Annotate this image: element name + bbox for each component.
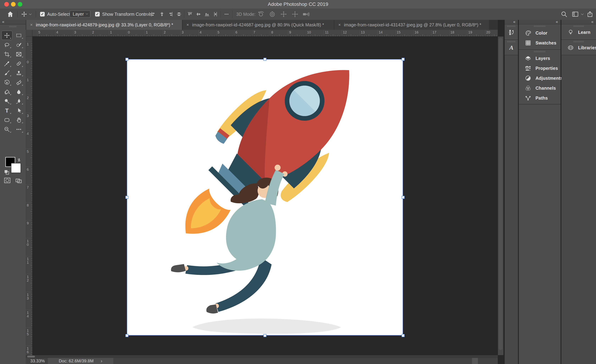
tool-eyedropper[interactable] (2, 59, 12, 68)
title-bar: Adobe Photoshop CC 2019 (0, 0, 596, 9)
align-left-icon[interactable] (151, 12, 156, 17)
align-right-icon[interactable] (168, 12, 173, 17)
zoom-level[interactable]: 33.33% (30, 358, 45, 364)
history-panel-button[interactable] (505, 24, 518, 39)
panel-tab-learn[interactable]: Learn (561, 27, 596, 37)
default-colors-icon[interactable] (4, 169, 10, 175)
dock-collapse-button[interactable]: « (519, 20, 560, 24)
3d-camera-icon[interactable] (303, 11, 309, 18)
tab-document-1[interactable]: × image-from-rawpixel-id-424879-jpeg.jpg… (26, 20, 182, 30)
show-transform-checkbox[interactable]: ✓ (95, 12, 100, 16)
quick-mask-button[interactable] (4, 177, 11, 184)
tool-history-brush[interactable] (2, 78, 12, 87)
close-tab-icon[interactable]: × (338, 22, 341, 27)
align-vertical-centers-icon[interactable] (196, 12, 201, 17)
transform-handle-middle-right[interactable] (402, 196, 405, 199)
align-top-edges-icon[interactable] (187, 12, 193, 17)
tab-document-3[interactable]: × image-from-rawpixel-id-431437-jpeg.jpg… (334, 20, 489, 30)
dock-collapse-button[interactable]: « (505, 20, 518, 24)
panel-tab-properties[interactable]: Properties (519, 63, 560, 73)
horizontal-scrollbar[interactable] (26, 355, 498, 358)
photoshop-window: Adobe Photoshop CC 2019 ✓ Auto-Select: L… (0, 0, 596, 364)
distribute-icon[interactable] (213, 12, 218, 17)
tool-zoom-tool[interactable] (2, 125, 12, 134)
tab-label: image-from-rawpixel-id-424687-jpeg.jpg @… (192, 22, 324, 28)
tool-type[interactable]: T (2, 106, 12, 115)
auto-select-target-dropdown[interactable]: Layer (69, 10, 90, 18)
panel-tab-channels[interactable]: Channels (519, 83, 560, 93)
swap-colors-icon[interactable] (17, 158, 23, 164)
svg-text:A: A (509, 44, 513, 51)
more-align-options-icon[interactable] (224, 12, 229, 16)
panel-tab-color[interactable]: Color (519, 28, 560, 38)
tool-pen[interactable] (14, 97, 24, 105)
tool-frame[interactable] (14, 50, 24, 58)
canvas-area[interactable] (32, 36, 498, 355)
close-tab-icon[interactable]: × (186, 22, 189, 27)
glyphs-panel-button[interactable]: A (505, 40, 518, 55)
align-middle-icon[interactable] (176, 12, 182, 17)
tool-healing[interactable] (14, 59, 24, 68)
ruler-corner[interactable] (26, 30, 32, 36)
close-tab-icon[interactable]: × (30, 22, 33, 27)
tool-crop[interactable] (2, 50, 12, 58)
panel-tab-paths[interactable]: Paths (519, 93, 560, 103)
background-color-swatch[interactable] (11, 163, 21, 173)
tool-edit-toolbar[interactable] (14, 125, 24, 134)
home-icon[interactable] (7, 11, 14, 17)
3d-slide-icon[interactable] (292, 11, 298, 18)
search-icon[interactable] (561, 11, 567, 17)
3d-roll-icon[interactable] (269, 11, 276, 18)
transform-handle-bottom-center[interactable] (263, 334, 266, 337)
document-size-box[interactable]: Doc: 62.6M/39.8M › (47, 358, 114, 364)
transform-handle-top-left[interactable] (125, 58, 128, 61)
workspace-switcher-icon[interactable] (572, 11, 579, 17)
panel-tab-adjustments[interactable]: Adjustments (519, 73, 560, 83)
transform-handle-bottom-right[interactable] (402, 334, 405, 337)
align-bottom-edges-icon[interactable] (204, 12, 210, 17)
3d-pan-icon[interactable] (280, 11, 287, 18)
tool-brush[interactable] (2, 68, 12, 77)
3d-orbit-icon[interactable] (258, 11, 264, 18)
horizontal-ruler[interactable]: 5432101234567891011121314151617181920 (32, 30, 498, 36)
tool-rect-marquee[interactable] (14, 31, 24, 40)
transform-handle-top-right[interactable] (402, 58, 405, 61)
vertical-scrollbar[interactable] (498, 36, 503, 355)
tool-shape[interactable] (2, 115, 12, 124)
panel-tab-libraries[interactable]: Libraries (561, 43, 596, 53)
vertical-scrollbar-thumb[interactable] (499, 38, 503, 350)
dock-collapse-button[interactable]: « (561, 20, 596, 24)
toolbar-grip[interactable] (9, 26, 16, 27)
tool-hand[interactable] (14, 115, 24, 124)
horizontal-scrollbar-thumb[interactable] (27, 356, 35, 357)
transform-handle-middle-left[interactable] (125, 196, 128, 199)
tool-blur[interactable] (14, 87, 24, 96)
tool-dodge[interactable] (2, 97, 12, 105)
tool-quick-select[interactable] (14, 40, 24, 49)
ruler-label: 4 (200, 30, 201, 34)
transform-handle-top-center[interactable] (263, 58, 266, 61)
tool-move[interactable] (1, 31, 12, 40)
tool-eraser[interactable] (14, 78, 24, 87)
vertical-ruler[interactable]: 1012345678910111213141516 (26, 36, 32, 355)
toolbar-collapse-button[interactable]: « (0, 20, 26, 24)
adjustments-icon (525, 75, 531, 81)
ruler-label: 15 (27, 329, 31, 336)
tab-document-2[interactable]: × image-from-rawpixel-id-424687-jpeg.jpg… (183, 20, 334, 30)
share-icon[interactable] (587, 11, 593, 18)
transform-handle-bottom-left[interactable] (125, 334, 128, 337)
chevron-down-icon[interactable] (581, 13, 584, 16)
panel-tab-swatches[interactable]: Swatches (519, 38, 560, 48)
tool-path-select[interactable] (14, 106, 24, 115)
tool-clone-stamp[interactable] (14, 68, 24, 77)
tool-lasso[interactable] (2, 40, 12, 49)
tool-paint-bucket[interactable] (2, 87, 12, 96)
chevron-down-icon[interactable] (29, 13, 32, 16)
ruler-label: 5 (38, 30, 40, 34)
panel-tab-layers[interactable]: Layers (519, 53, 560, 63)
auto-select-checkbox[interactable]: ✓ (40, 12, 45, 16)
ruler-label: 3 (182, 30, 184, 34)
align-horizontal-centers-icon[interactable] (159, 12, 165, 17)
status-chevron-icon[interactable]: › (101, 358, 102, 364)
screen-mode-button[interactable] (15, 177, 22, 184)
